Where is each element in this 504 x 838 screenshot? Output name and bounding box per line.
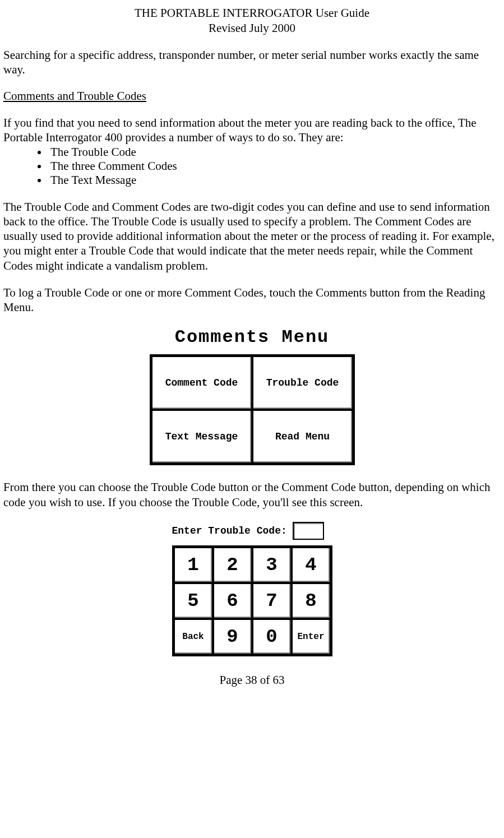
paragraph-2: The Trouble Code and Comment Codes are t… (3, 200, 501, 273)
section-title: Comments and Trouble Codes (3, 89, 501, 103)
comment-code-button[interactable]: Comment Code (151, 356, 252, 410)
page-header: THE PORTABLE INTERROGATOR User Guide Rev… (3, 6, 501, 36)
bullet-item: The three Comment Codes (48, 159, 501, 173)
text-message-button[interactable]: Text Message (151, 410, 252, 464)
bullet-item: The Text Message (48, 173, 501, 187)
key-1[interactable]: 1 (174, 547, 213, 583)
key-2[interactable]: 2 (213, 547, 252, 583)
trouble-code-prompt-row: Enter Trouble Code: (172, 522, 332, 540)
page-footer: Page 38 of 63 (3, 673, 501, 687)
key-9[interactable]: 9 (213, 619, 252, 655)
bullet-list: The Trouble Code The three Comment Codes… (3, 145, 501, 187)
paragraph-4: From there you can choose the Trouble Co… (3, 480, 501, 510)
paragraph-1: If you find that you need to send inform… (3, 115, 501, 145)
comments-menu-title: Comments Menu (150, 327, 355, 348)
key-7[interactable]: 7 (252, 583, 292, 619)
trouble-code-figure: Enter Trouble Code: 1 2 3 4 5 6 7 8 Back… (3, 522, 501, 656)
key-8[interactable]: 8 (292, 583, 331, 619)
key-6[interactable]: 6 (213, 583, 252, 619)
key-3[interactable]: 3 (252, 547, 292, 583)
key-enter[interactable]: Enter (292, 619, 331, 655)
trouble-code-input[interactable] (293, 522, 324, 540)
paragraph-3: To log a Trouble Code or one or more Com… (3, 285, 501, 315)
doc-revised: Revised July 2000 (3, 21, 501, 36)
trouble-code-button[interactable]: Trouble Code (252, 356, 353, 410)
read-menu-button[interactable]: Read Menu (252, 410, 353, 464)
comments-menu-grid: Comment Code Trouble Code Text Message R… (150, 354, 355, 465)
trouble-code-keypad: 1 2 3 4 5 6 7 8 Back 9 0 Enter (172, 545, 332, 656)
doc-title: THE PORTABLE INTERROGATOR User Guide (3, 6, 501, 21)
bullet-item: The Trouble Code (48, 145, 501, 159)
intro-paragraph: Searching for a specific address, transp… (3, 48, 501, 77)
key-4[interactable]: 4 (292, 547, 331, 583)
key-0[interactable]: 0 (252, 619, 292, 655)
comments-menu-figure: Comments Menu Comment Code Trouble Code … (3, 327, 501, 465)
trouble-code-prompt: Enter Trouble Code: (172, 525, 287, 536)
key-5[interactable]: 5 (174, 583, 213, 619)
key-back[interactable]: Back (174, 619, 213, 655)
